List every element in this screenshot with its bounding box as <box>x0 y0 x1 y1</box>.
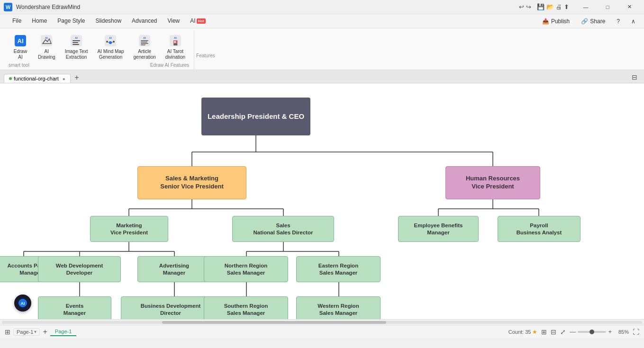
tab-dot <box>9 77 12 80</box>
svg-text:AI: AI <box>174 36 177 39</box>
publish-button[interactable]: 📤 Publish <box>537 16 574 27</box>
svg-text:AI: AI <box>143 36 146 39</box>
window-titlebar: W Wondershare EdrawMind ↩ ↪ 💾 📂 🖨 ⬆ — □ … <box>0 0 644 14</box>
menu-slideshow[interactable]: Slideshow <box>91 16 126 26</box>
menu-advanced[interactable]: Advanced <box>127 16 162 26</box>
svg-text:AI: AI <box>18 37 24 45</box>
canvas: Leadership President & CEO Sales & Marke… <box>0 83 644 319</box>
page-tab-active[interactable]: Page-1 <box>50 328 76 336</box>
help-icon: ? <box>617 18 620 25</box>
ribbon-ai-drawing-button[interactable]: AI AIDrawing <box>34 32 59 62</box>
share-button[interactable]: 🔗 Share <box>576 16 610 27</box>
save-icon[interactable]: 💾 <box>537 3 544 10</box>
svg-point-14 <box>106 41 108 43</box>
svg-text:🎴: 🎴 <box>172 40 179 46</box>
open-icon[interactable]: 📂 <box>546 3 554 10</box>
node-northern[interactable]: Northern RegionSales Manager <box>204 256 288 282</box>
collapse-ribbon-button[interactable]: ∧ <box>626 16 640 27</box>
undo-icon[interactable]: ↩ <box>519 3 524 10</box>
status-bar: ⊞ Page-1 ▾ + Page-1 Count: 35 ★ ⊞ ⊟ ⤢ — … <box>0 325 644 338</box>
share2-icon[interactable]: ⬆ <box>564 3 569 10</box>
ribbon-image-text-button[interactable]: AI Image TextExtraction <box>61 32 92 62</box>
expand-icon[interactable]: ⤢ <box>560 328 566 336</box>
zoom-slider[interactable] <box>578 331 606 333</box>
page-dropdown-arrow[interactable]: ▾ <box>34 329 36 334</box>
status-right: Count: 35 ★ ⊞ ⊟ ⤢ — + 85% ⛶ <box>508 328 639 336</box>
help-button[interactable]: ? <box>612 16 625 27</box>
scrollbar-thumb[interactable] <box>162 321 386 324</box>
print-icon[interactable]: 🖨 <box>556 3 562 10</box>
svg-point-15 <box>113 41 115 43</box>
node-sales[interactable]: Sales & MarketingSenior Vice President <box>137 166 246 199</box>
close-button[interactable]: ✕ <box>618 0 640 14</box>
grid-icon[interactable]: ⊟ <box>551 328 556 336</box>
zoom-out-button[interactable]: — <box>570 328 576 335</box>
ribbon-tarot-button[interactable]: AI 🎴 AI Tarotdivination <box>162 32 189 62</box>
image-text-icon: AI <box>70 34 83 47</box>
node-western[interactable]: Western RegionSales Manager <box>296 296 381 319</box>
horizontal-scrollbar[interactable] <box>0 319 644 325</box>
node-payroll[interactable]: PayrollBusiness Analyst <box>498 216 581 242</box>
page-icon: ⊞ <box>5 328 10 336</box>
full-screen-button[interactable]: ⛶ <box>633 328 639 336</box>
ai-hot-badge: Hot <box>197 18 206 24</box>
app-title: Wondershare EdrawMind <box>16 4 519 10</box>
node-hr[interactable]: Human ResourcesVice President <box>445 166 540 199</box>
page-name-label: Page-1 <box>17 329 33 335</box>
tab-label: functional-org-chart <box>14 76 59 81</box>
node-national-sales[interactable]: SalesNational Sales Director <box>232 216 334 242</box>
add-page-button[interactable]: + <box>43 328 47 336</box>
smart-tool-label: smart tool <box>9 62 29 68</box>
tab-bar: functional-org-chart ● + ⊟ <box>0 70 644 83</box>
org-chart-lines <box>0 83 644 319</box>
node-web-dev[interactable]: Web DevelopmentDeveloper <box>38 256 121 282</box>
svg-text:AI: AI <box>45 36 48 39</box>
minimize-button[interactable]: — <box>575 0 597 14</box>
edraw-ai-icon: AI <box>14 34 27 47</box>
ribbon: AI EdrawAI AI AIDrawing <box>0 28 644 70</box>
tab-unsaved-indicator[interactable]: ● <box>63 76 65 81</box>
svg-rect-22 <box>141 43 148 44</box>
ribbon-group-smart-tool: AI EdrawAI AI AIDrawing <box>4 30 194 70</box>
menu-file[interactable]: File <box>8 16 26 26</box>
node-advertising[interactable]: AdvertisingManager <box>137 256 211 282</box>
node-root[interactable]: Leadership President & CEO <box>201 98 310 135</box>
fit-icon[interactable]: ⊞ <box>541 328 547 336</box>
redo-icon[interactable]: ↪ <box>526 3 531 10</box>
window-controls: — □ ✕ <box>575 0 640 14</box>
zoom-control[interactable]: — + 85% <box>570 328 629 335</box>
node-eastern[interactable]: Eastern RegionSales Manager <box>296 256 381 282</box>
ai-mindmap-icon: AI <box>104 34 117 47</box>
node-marketing[interactable]: MarketingVice President <box>90 216 168 242</box>
svg-text:W: W <box>6 4 11 9</box>
count-badge: Count: 35 ★ <box>508 329 538 335</box>
star-icon: ★ <box>532 329 537 335</box>
svg-point-13 <box>109 41 112 44</box>
zoom-thumb[interactable] <box>590 330 594 334</box>
tab-layout-button[interactable]: ⊟ <box>629 71 640 83</box>
menu-home[interactable]: Home <box>27 16 52 26</box>
ribbon-article-button[interactable]: AI Articlegeneration <box>130 32 160 62</box>
tab-functional-org-chart[interactable]: functional-org-chart ● <box>4 74 71 83</box>
ribbon-edraw-ai-button[interactable]: AI EdrawAI <box>9 32 32 62</box>
menu-page-style[interactable]: Page Style <box>53 16 90 26</box>
ribbon-ai-mindmap-button[interactable]: AI AI Mind MapGeneration <box>93 32 127 62</box>
ai-chat-button[interactable]: AI <box>14 294 31 312</box>
svg-rect-8 <box>73 40 80 41</box>
ai-drawing-icon: AI <box>40 34 53 47</box>
node-emp-benefits[interactable]: Employee BenefitsManager <box>398 216 479 242</box>
page-selector[interactable]: Page-1 ▾ <box>13 328 40 336</box>
status-left: ⊞ Page-1 ▾ + Page-1 <box>5 328 505 336</box>
node-events[interactable]: EventsManager <box>38 296 111 319</box>
features-label: Features <box>194 30 220 70</box>
maximize-button[interactable]: □ <box>597 0 618 14</box>
svg-rect-21 <box>141 42 147 43</box>
node-southern[interactable]: Southern RegionSales Manager <box>204 296 288 319</box>
add-tab-button[interactable]: + <box>72 72 82 83</box>
svg-rect-10 <box>73 44 79 45</box>
zoom-in-button[interactable]: + <box>608 328 612 335</box>
svg-rect-20 <box>141 40 148 41</box>
scrollbar-track[interactable] <box>2 321 642 324</box>
menu-ai[interactable]: AI Hot <box>185 16 210 26</box>
menu-view[interactable]: View <box>163 16 184 26</box>
